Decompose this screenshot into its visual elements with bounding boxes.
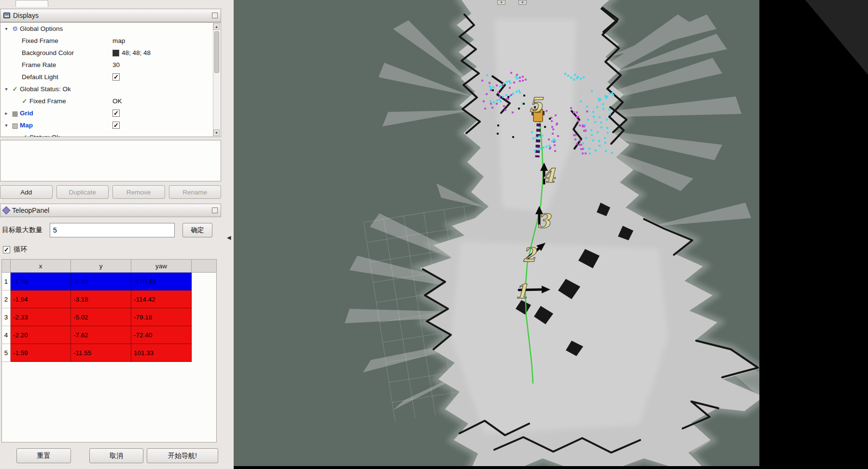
confirm-button[interactable]: 确定 xyxy=(182,223,212,237)
cell-y[interactable]: -3.18 xyxy=(71,290,131,308)
tree-row-grid[interactable]: ▸ ▦ Grid ✓ xyxy=(0,107,221,119)
scan-point xyxy=(496,99,498,101)
cell-y[interactable]: -5.02 xyxy=(71,308,131,326)
duplicate-button[interactable]: Duplicate xyxy=(56,185,109,199)
tree-row-fixed-frame-status[interactable]: ✓ Fixed Frame OK xyxy=(0,95,221,107)
scan-point xyxy=(489,82,490,84)
remove-button[interactable]: Remove xyxy=(112,185,165,199)
table-row[interactable]: 4 -2.20 -7.62 -72.40 xyxy=(2,326,216,344)
cell-y[interactable]: -1.23 xyxy=(71,273,131,290)
color-swatch[interactable] xyxy=(112,50,119,56)
teleop-panel-header[interactable]: TeleopPanel xyxy=(0,204,221,217)
add-button[interactable]: Add xyxy=(0,185,53,199)
property-value: OK xyxy=(112,95,122,107)
panel-float-button[interactable] xyxy=(212,207,218,213)
table-row[interactable]: 1 -1.98 -1.23 -170.43 xyxy=(2,273,216,290)
max-targets-input[interactable] xyxy=(50,223,175,237)
splitter-collapse-icon[interactable]: ◀ xyxy=(227,234,231,241)
table-row[interactable]: 5 -1.59 -11.55 101.33 xyxy=(2,344,216,362)
scan-point xyxy=(570,107,572,109)
property-value[interactable]: 48; 48; 48 xyxy=(122,49,151,56)
cell-x[interactable]: -1.94 xyxy=(11,290,71,308)
cell-x[interactable]: -2.33 xyxy=(11,308,71,326)
tree-row-global-status[interactable]: ▾ ✓ Global Status: Ok xyxy=(0,83,221,95)
loop-checkbox[interactable]: ✓ xyxy=(3,246,10,253)
cell-y[interactable]: -7.62 xyxy=(71,326,131,344)
scan-point xyxy=(582,148,584,150)
tree-row-default-light[interactable]: Default Light ✓ xyxy=(0,71,221,83)
toolbar-tab-partial[interactable] xyxy=(15,0,48,7)
property-value[interactable]: 30 xyxy=(112,59,120,71)
tree-row-map-status-clipped[interactable]: ✓ Status: Ok xyxy=(0,131,221,137)
scan-point xyxy=(612,94,614,96)
render-view-3d[interactable]: 1 2 3 4 5 ▾ ▾ xyxy=(234,0,759,469)
cell-yaw[interactable]: -170.43 xyxy=(131,273,192,290)
scan-point xyxy=(483,100,485,102)
chevron-down-icon[interactable]: ▾ xyxy=(2,123,10,128)
cell-y[interactable]: -11.55 xyxy=(71,344,131,362)
chevron-right-icon[interactable]: ▸ xyxy=(2,110,10,116)
scan-point xyxy=(564,73,566,75)
default-light-checkbox[interactable]: ✓ xyxy=(112,73,120,81)
scan-point xyxy=(580,144,582,146)
chevron-down-icon[interactable]: ▾ xyxy=(2,86,10,92)
scan-point xyxy=(586,106,588,108)
scan-point xyxy=(551,120,553,122)
reset-button[interactable]: 重置 xyxy=(16,448,71,463)
scan-point xyxy=(492,89,494,91)
col-header-y[interactable]: y xyxy=(71,260,131,272)
scan-point xyxy=(548,145,550,147)
scan-point xyxy=(593,116,595,118)
scan-point xyxy=(549,148,551,150)
tree-row-background-color[interactable]: Background Color 48; 48; 48 xyxy=(0,47,221,59)
cancel-button[interactable]: 取消 xyxy=(89,448,143,463)
cell-yaw[interactable]: -72.40 xyxy=(131,326,192,344)
tree-scrollbar[interactable]: ▲ ▼ xyxy=(213,23,220,136)
start-navigation-button[interactable]: 开始导航! xyxy=(147,448,218,463)
displays-panel-header[interactable]: Displays xyxy=(0,9,221,22)
tree-row-frame-rate[interactable]: Frame Rate 30 xyxy=(0,59,221,71)
grid-enabled-checkbox[interactable]: ✓ xyxy=(112,110,120,117)
scan-point xyxy=(608,109,610,110)
cell-x[interactable]: -2.20 xyxy=(11,326,71,344)
scan-point xyxy=(596,106,598,108)
scan-point xyxy=(583,76,585,78)
scan-point xyxy=(481,80,483,82)
tree-row-fixed-frame[interactable]: Fixed Frame map xyxy=(0,35,221,47)
scan-point xyxy=(553,141,555,143)
toolbar-combo-partial[interactable]: ▾ xyxy=(497,0,505,5)
col-header-x[interactable]: x xyxy=(11,260,71,272)
scan-point xyxy=(518,108,520,110)
scan-point xyxy=(602,103,604,105)
scan-point xyxy=(491,107,493,109)
scan-point xyxy=(576,77,578,79)
scan-point xyxy=(506,98,508,100)
cell-x[interactable]: -1.98 xyxy=(11,273,71,290)
scan-point xyxy=(600,122,602,124)
table-row[interactable]: 3 -2.33 -5.02 -79.18 xyxy=(2,308,216,326)
cell-x[interactable]: -1.59 xyxy=(11,344,71,362)
col-header-yaw[interactable]: yaw xyxy=(131,260,192,272)
chevron-down-icon[interactable]: ▾ xyxy=(2,26,10,31)
map-enabled-checkbox[interactable]: ✓ xyxy=(112,122,120,129)
scan-point xyxy=(554,144,556,146)
tree-row-map[interactable]: ▾ ▨ Map ✓ xyxy=(0,119,221,131)
cell-yaw[interactable]: 101.33 xyxy=(131,344,192,362)
scan-point xyxy=(586,110,588,112)
rename-button[interactable]: Rename xyxy=(169,185,222,199)
cell-yaw[interactable]: -114.42 xyxy=(131,290,192,308)
scroll-up-icon[interactable]: ▲ xyxy=(213,23,220,30)
scan-point xyxy=(525,79,527,81)
cell-yaw[interactable]: -79.18 xyxy=(131,308,192,326)
scroll-down-icon[interactable]: ▼ xyxy=(213,129,220,136)
tree-item-label: Background Color xyxy=(22,49,74,56)
scan-point xyxy=(602,108,604,110)
tree-row-global-options[interactable]: ▾ ⚙ Global Options xyxy=(0,23,221,35)
scan-point xyxy=(552,128,554,130)
toolbar-combo-partial[interactable]: ▾ xyxy=(518,0,527,5)
table-row[interactable]: 2 -1.94 -3.18 -114.42 xyxy=(2,290,216,308)
panel-float-button[interactable] xyxy=(212,13,218,18)
property-value[interactable]: map xyxy=(112,35,125,47)
scrollbar-thumb[interactable] xyxy=(214,31,219,73)
scan-point xyxy=(490,103,492,105)
